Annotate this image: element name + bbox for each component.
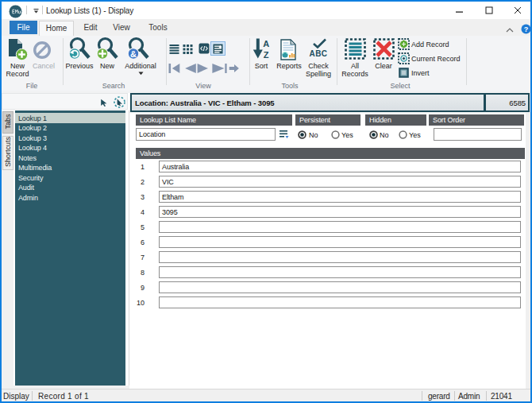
svg-text:A: A [263,39,269,48]
svg-text:&: & [130,49,137,59]
svg-text:Z: Z [264,50,269,60]
svg-text:?: ? [524,25,529,33]
